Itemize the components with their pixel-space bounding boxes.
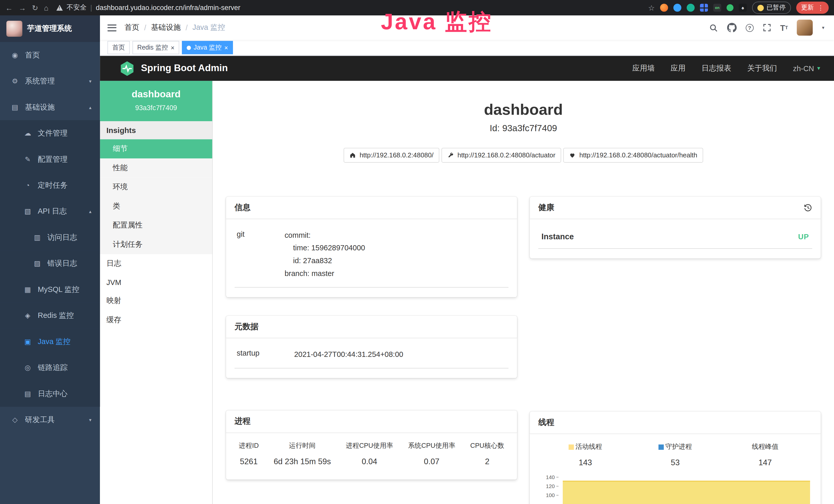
- sidebar-item-log-center[interactable]: ▤ 日志中心: [0, 381, 100, 407]
- sba-item-details[interactable]: 细节: [100, 139, 212, 159]
- sidebar-item-system-management[interactable]: ⚙ 系统管理 ▾: [0, 68, 100, 94]
- chevron-up-icon: ▴: [89, 209, 91, 214]
- address-bar[interactable]: ! 不安全 | dashboard.yudao.iocoder.cn/infra…: [57, 3, 642, 12]
- metadata-startup-row: startup 2021-04-27T00:44:31.254+08:00: [235, 346, 508, 368]
- sba-item-jvm[interactable]: JVM: [100, 273, 212, 291]
- locale-selector[interactable]: zh-CN ▾: [793, 64, 820, 73]
- app-logo[interactable]: 芋道管理系统: [0, 16, 100, 42]
- breadcrumb: 首页 / 基础设施 / Java 监控: [125, 23, 225, 32]
- sba-brand-title[interactable]: Spring Boot Admin: [141, 63, 228, 74]
- link-root-url[interactable]: http://192.168.0.2:48080/: [344, 148, 439, 163]
- bookmark-star-icon[interactable]: ☆: [648, 4, 655, 12]
- annotation-java-monitor: Java 监控: [381, 10, 492, 33]
- close-icon[interactable]: ×: [224, 44, 228, 51]
- history-icon[interactable]: [804, 203, 812, 212]
- extension-fox-icon[interactable]: [660, 4, 668, 12]
- page-subtitle: Id: 93a3fc7f7409: [213, 123, 834, 134]
- sidebar-item-scheduled-jobs[interactable]: ◔ 定时任务: [0, 172, 100, 198]
- user-avatar[interactable]: [797, 20, 813, 36]
- info-card: 信息 git commit: time: 1596289704000 id: 2: [226, 197, 517, 297]
- sba-nav-applications[interactable]: 应用: [671, 63, 685, 73]
- fullscreen-icon[interactable]: [763, 23, 771, 32]
- sba-nav-wallboard[interactable]: 应用墙: [632, 63, 655, 73]
- sba-item-beans[interactable]: 类: [100, 197, 212, 216]
- reload-icon[interactable]: ↻: [32, 4, 38, 12]
- sba-item-mappings[interactable]: 映射: [100, 292, 212, 311]
- sba-item-caches[interactable]: 缓存: [100, 311, 212, 330]
- avatar-caret-icon[interactable]: ▾: [822, 25, 824, 30]
- github-icon[interactable]: [727, 23, 737, 32]
- info-card-title: 信息: [235, 203, 250, 212]
- help-icon[interactable]: ?: [746, 24, 753, 31]
- sidebar-item-file-management[interactable]: ☁ 文件管理: [0, 120, 100, 146]
- breadcrumb-infrastructure[interactable]: 基础设施: [151, 23, 181, 32]
- tag-home[interactable]: 首页: [107, 41, 130, 54]
- link-health-url[interactable]: http://192.168.0.2:48080/actuator/health: [563, 148, 703, 163]
- sba-item-config-properties[interactable]: 配置属性: [100, 216, 212, 235]
- sba-logo-icon[interactable]: [119, 60, 135, 76]
- extension-drop-icon[interactable]: [674, 4, 681, 12]
- legend-peak-threads: 线程峰值 147: [720, 442, 810, 467]
- extension-grid-icon[interactable]: [700, 4, 708, 12]
- tag-java-monitor[interactable]: Java 监控 ×: [182, 41, 233, 54]
- sba-nav-about[interactable]: 关于我们: [747, 63, 777, 73]
- sidebar-item-access-logs[interactable]: ▥ 访问日志: [0, 224, 100, 250]
- info-key: git: [237, 229, 285, 280]
- sidebar-item-home[interactable]: ◉ 首页: [0, 42, 100, 68]
- sba-item-loggers[interactable]: 日志: [100, 254, 212, 273]
- link-actuator-url[interactable]: http://192.168.0.2:48080/actuator: [441, 148, 561, 163]
- breadcrumb-home[interactable]: 首页: [125, 23, 139, 32]
- paused-badge[interactable]: 已暂停: [752, 2, 791, 14]
- sba-nav-links: 应用墙 应用 日志报表 关于我们 zh-CN ▾: [632, 63, 820, 73]
- sidebar-item-tracing[interactable]: ◎ 链路追踪: [0, 354, 100, 381]
- page-title: dashboard: [213, 101, 834, 118]
- font-size-icon[interactable]: TT: [780, 23, 788, 32]
- extension-leaf-icon[interactable]: [727, 4, 733, 11]
- sidebar-item-mysql-monitor[interactable]: ▦ MySQL 监控: [0, 276, 100, 302]
- app-sidebar: 芋道管理系统 ◉ 首页 ⚙ 系统管理 ▾ ▤ 基础设施 ▴ ☁ 文件管理 ✎: [0, 16, 100, 504]
- sba-item-environment[interactable]: 环境: [100, 178, 212, 197]
- browser-home-icon[interactable]: ⌂: [44, 4, 48, 12]
- toolbox-icon: ◇: [10, 416, 19, 423]
- health-instance-row[interactable]: Instance UP: [539, 226, 812, 249]
- search-icon[interactable]: [709, 23, 718, 32]
- hamburger-icon[interactable]: [107, 24, 116, 31]
- sidebar-item-java-monitor[interactable]: ▣ Java 监控: [0, 329, 100, 354]
- sba-item-scheduled-tasks[interactable]: 计划任务: [100, 235, 212, 254]
- chevron-down-icon: ▾: [89, 417, 91, 422]
- health-status-badge: UP: [798, 232, 809, 240]
- sba-instance-header[interactable]: dashboard 93a3fc7f7409: [100, 81, 212, 121]
- extension-teal-icon[interactable]: [686, 4, 695, 12]
- active-threads-area: [563, 481, 810, 504]
- metadata-card-title: 元数据: [235, 322, 258, 332]
- forward-icon[interactable]: →: [19, 4, 26, 12]
- extension-on-switch-icon[interactable]: on: [713, 4, 721, 12]
- browser-menu-kebab-icon[interactable]: ⋮: [817, 4, 824, 12]
- extension-dark-icon[interactable]: ♠: [739, 4, 747, 12]
- sidebar-item-api-logs[interactable]: ▧ API 日志 ▴: [0, 198, 100, 224]
- metadata-card: 元数据 startup 2021-04-27T00:44:31.254+08:0…: [226, 316, 517, 378]
- instance-id: 93a3fc7f7409: [104, 104, 208, 112]
- process-pid: 进程ID 5261: [239, 441, 259, 466]
- back-icon[interactable]: ←: [5, 4, 13, 12]
- sba-item-metrics[interactable]: 性能: [100, 158, 212, 178]
- tags-bar: 首页 Redis 监控 × Java 监控 ×: [100, 40, 834, 56]
- wrench-icon: [447, 152, 454, 158]
- info-git-row: git commit: time: 1596289704000 id: 27aa…: [235, 226, 508, 288]
- update-button[interactable]: 更新 ⋮: [796, 2, 829, 14]
- sidebar-item-error-logs[interactable]: ▨ 错误日志: [0, 250, 100, 276]
- sidebar-item-config-management[interactable]: ✎ 配置管理: [0, 146, 100, 172]
- sba-navbar: Spring Boot Admin 应用墙 应用 日志报表 关于我们 zh-CN…: [100, 56, 834, 81]
- sidebar-item-dev-tools[interactable]: ◇ 研发工具 ▾: [0, 407, 100, 433]
- tag-redis-monitor[interactable]: Redis 监控 ×: [133, 41, 179, 54]
- header-actions: ? TT ▾: [709, 20, 825, 36]
- chevron-up-icon: ▴: [89, 105, 91, 110]
- sidebar-item-redis-monitor[interactable]: ◈ Redis 监控: [0, 302, 100, 328]
- edit-icon: ✎: [23, 155, 32, 163]
- sidebar-item-infrastructure[interactable]: ▤ 基础设施 ▴: [0, 94, 100, 120]
- close-icon[interactable]: ×: [171, 44, 175, 51]
- threads-chart: 140 120 100: [539, 474, 812, 504]
- legend-daemon-threads: 守护进程 53: [630, 442, 720, 467]
- sba-nav-journal[interactable]: 日志报表: [701, 63, 731, 73]
- cloud-icon: ☁: [23, 129, 32, 137]
